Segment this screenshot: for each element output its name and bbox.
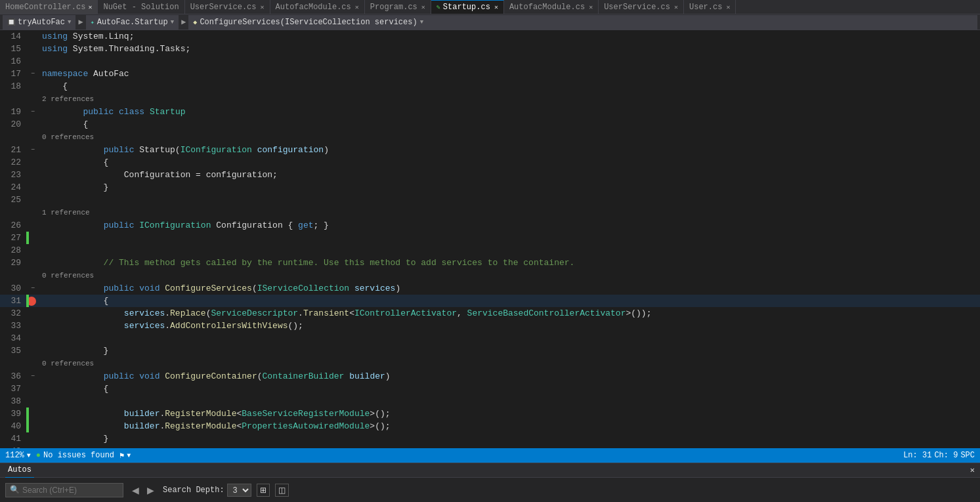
- zoom-label: 112%: [5, 451, 24, 460]
- tab-nuget[interactable]: NuGet - Solution: [98, 0, 184, 14]
- code-content[interactable]: }: [39, 181, 980, 194]
- line-number: 26: [0, 219, 26, 232]
- nav-forward-button[interactable]: ▶: [144, 484, 158, 496]
- code-content[interactable]: namespace AutoFac: [39, 68, 980, 80]
- code-content[interactable]: }: [39, 432, 980, 445]
- tab-program[interactable]: Program.cs ✕: [365, 0, 431, 14]
- icon-button-2[interactable]: ◫: [275, 484, 289, 497]
- line-number: 39: [0, 408, 26, 420]
- code-content[interactable]: }: [39, 345, 980, 357]
- code-content[interactable]: public void ConfigureContainer(Container…: [39, 370, 980, 383]
- code-editor[interactable]: 14 using System.Linq; 15 using System.Th…: [0, 30, 980, 448]
- nav-bar: 🔲 tryAutoFac ▼ ▶ ✦ AutoFac.Startup ▼ ▶ ◆…: [0, 14, 980, 30]
- tab-startup[interactable]: ✎ Startup.cs ✕: [431, 0, 504, 14]
- line-indicator: [26, 232, 39, 244]
- tab-autofacmodule1[interactable]: AutofacModule.cs ✕: [270, 0, 365, 14]
- line-row: 38: [0, 395, 980, 408]
- depth-dropdown[interactable]: 3 1 2 4 5: [227, 484, 251, 497]
- code-content[interactable]: {: [39, 118, 980, 131]
- nav-project[interactable]: 🔲 tryAutoFac ▼: [3, 15, 75, 30]
- code-content[interactable]: using System.Threading.Tasks;: [39, 43, 980, 55]
- line-number: 35: [0, 345, 26, 357]
- code-content[interactable]: // This method gets called by the runtim…: [39, 257, 980, 269]
- tab-autofacmodule2[interactable]: AutofacModule.cs ✕: [504, 0, 599, 14]
- code-content[interactable]: using System.Linq;: [39, 30, 980, 43]
- filter-icon: ⚑: [119, 451, 124, 461]
- tab-close[interactable]: ✕: [589, 3, 593, 11]
- line-row-active: 31 {: [0, 295, 980, 307]
- tab-close[interactable]: ✕: [421, 3, 425, 11]
- code-content[interactable]: {: [39, 383, 980, 395]
- code-content[interactable]: [39, 194, 980, 206]
- line-number: 23: [0, 169, 26, 181]
- code-content[interactable]: public IConfiguration Configuration { ge…: [39, 219, 980, 232]
- tab-close[interactable]: ✕: [726, 3, 730, 11]
- line-number: 24: [0, 181, 26, 194]
- line-row: 35 }: [0, 345, 980, 357]
- chevron-down-icon: ▼: [420, 19, 423, 26]
- code-content[interactable]: builder.RegisterModule<PropertiesAutowir…: [39, 420, 980, 432]
- code-content[interactable]: public Startup(IConfiguration configurat…: [39, 144, 980, 156]
- nav-back-button[interactable]: ◀: [129, 484, 142, 496]
- tab-user[interactable]: User.cs ✕: [684, 0, 736, 14]
- search-box[interactable]: 🔍: [5, 483, 123, 497]
- line-indicator: [26, 80, 39, 93]
- nav-class[interactable]: ✦ AutoFac.Startup ▼: [86, 15, 179, 30]
- line-indicator: −: [26, 68, 39, 80]
- chevron-down-icon: ▼: [127, 452, 131, 459]
- collapse-icon[interactable]: −: [31, 68, 35, 80]
- code-content[interactable]: {: [39, 156, 980, 169]
- line-indicator: [26, 332, 39, 345]
- panel-tab-autos[interactable]: Autos: [5, 463, 34, 478]
- editor-container: 14 using System.Linq; 15 using System.Th…: [0, 30, 980, 448]
- nav-method-label: ConfigureServices(IServiceCollection ser…: [200, 18, 417, 27]
- tab-close[interactable]: ✕: [355, 3, 359, 11]
- tab-close[interactable]: ✕: [261, 3, 265, 11]
- code-content[interactable]: Configuration = configuration;: [39, 169, 980, 181]
- code-content[interactable]: [39, 244, 980, 257]
- collapse-icon[interactable]: −: [31, 282, 35, 295]
- nav-separator: ▶: [77, 17, 84, 27]
- line-number: 41: [0, 432, 26, 445]
- icon-button-1[interactable]: ⊞: [257, 484, 270, 497]
- line-number: 18: [0, 80, 26, 93]
- code-content[interactable]: {: [39, 80, 980, 93]
- line-number: 21: [0, 144, 26, 156]
- nav-method[interactable]: ◆ ConfigureServices(IServiceCollection s…: [188, 15, 977, 30]
- line-number: 32: [0, 307, 26, 320]
- zoom-level[interactable]: 112% ▼: [5, 451, 31, 460]
- line-indicator: [26, 383, 39, 395]
- tab-close[interactable]: ✕: [494, 3, 498, 11]
- line-number: 28: [0, 244, 26, 257]
- nav-arrows: ◀ ▶: [129, 484, 158, 496]
- code-content[interactable]: services.Replace(ServiceDescriptor.Trans…: [39, 307, 980, 320]
- tab-label: Startup.cs: [443, 3, 490, 12]
- tab-close[interactable]: ✕: [674, 3, 678, 11]
- panel-close-button[interactable]: ✕: [970, 465, 975, 475]
- collapse-icon[interactable]: −: [31, 106, 35, 118]
- code-content[interactable]: [39, 55, 980, 68]
- code-content[interactable]: services.AddControllersWithViews();: [39, 320, 980, 332]
- collapse-icon[interactable]: −: [31, 370, 35, 383]
- code-content[interactable]: [39, 232, 980, 244]
- no-issues-indicator[interactable]: ● No issues found: [36, 451, 114, 460]
- line-row: 25: [0, 194, 980, 206]
- collapse-icon[interactable]: −: [31, 144, 35, 156]
- tab-homecontroller[interactable]: HomeController.cs ✕: [0, 0, 98, 14]
- line-number: 16: [0, 55, 26, 68]
- cursor-position[interactable]: Ln: 31 Ch: 9 SPC: [903, 451, 975, 460]
- tab-label: HomeController.cs: [5, 3, 85, 12]
- tab-userservice2[interactable]: UserService.cs ✕: [599, 0, 684, 14]
- depth-selector: Search Depth: 3 1 2 4 5: [163, 484, 251, 497]
- code-content[interactable]: {: [39, 295, 980, 307]
- search-input[interactable]: [22, 486, 101, 495]
- line-indicator: [26, 257, 39, 269]
- code-content[interactable]: public void ConfigureServices(IServiceCo…: [39, 282, 980, 295]
- code-content[interactable]: builder.RegisterModule<BaseServiceRegist…: [39, 408, 980, 420]
- code-content[interactable]: public class Startup: [39, 106, 980, 118]
- code-content[interactable]: [39, 395, 980, 408]
- tab-userservice1[interactable]: UserService.cs ✕: [185, 0, 270, 14]
- tab-label: Program.cs: [370, 3, 417, 12]
- warning-filter[interactable]: ⚑ ▼: [119, 451, 131, 461]
- code-content[interactable]: [39, 332, 980, 345]
